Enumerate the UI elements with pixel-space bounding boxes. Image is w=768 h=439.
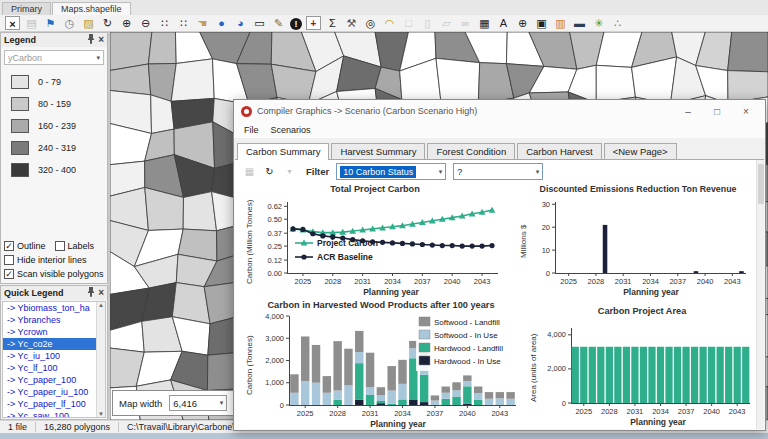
- tab-forest-condition[interactable]: Forest Condition: [427, 143, 515, 159]
- quick-legend-item[interactable]: -> Ycrown: [3, 326, 96, 338]
- maximize-icon[interactable]: □: [705, 106, 729, 117]
- layer-select[interactable]: yCarbon ▾: [4, 50, 104, 65]
- sum-icon[interactable]: Σ: [325, 16, 340, 30]
- filter-combobox[interactable]: 10 Carbon Status ▾: [336, 163, 446, 180]
- image-frame-icon[interactable]: ▣: [534, 16, 549, 30]
- app-tab-maps-shapefile[interactable]: Maps.shapefile: [52, 2, 131, 15]
- svg-text:2040: 2040: [703, 407, 720, 416]
- window-titlebar[interactable]: Compiler Graphics -> Scenario (Carbon Sc…: [234, 100, 765, 122]
- menu-scenarios[interactable]: Scenarios: [265, 125, 317, 135]
- legend-class-list: 0 - 7980 - 159160 - 239240 - 319320 - 40…: [1, 67, 107, 185]
- globe-layers-icon[interactable]: ◕: [233, 16, 248, 30]
- menu-file[interactable]: File: [238, 125, 265, 135]
- svg-text:2028: 2028: [588, 277, 605, 286]
- quick-legend-item[interactable]: -> Yc_paper_iu_100: [3, 386, 96, 398]
- tab--new-page-[interactable]: <New Page>: [604, 143, 677, 159]
- chart-y-axis-label: Carbon (Tonnes): [244, 312, 255, 419]
- checkbox-label: Outline: [17, 241, 46, 251]
- option-outline[interactable]: ✓Outline: [4, 241, 46, 251]
- lasso-icon[interactable]: ◠: [382, 16, 397, 30]
- target-icon[interactable]: ◎: [363, 16, 378, 30]
- zoom-out-icon[interactable]: ⊖: [138, 16, 153, 30]
- tab-carbon-summary[interactable]: Carbon Summary: [237, 143, 329, 160]
- scroll-down-icon[interactable]: ▼: [98, 411, 104, 417]
- svg-text:2043: 2043: [491, 409, 508, 418]
- checkbox[interactable]: ✓: [4, 241, 14, 251]
- grid-dots-icon[interactable]: ∷: [157, 16, 172, 30]
- quick-legend-title: Quick Legend: [4, 288, 64, 298]
- presentation-icon[interactable]: ▬: [572, 16, 587, 30]
- select-rectangle-icon[interactable]: ▭: [252, 16, 267, 30]
- checkbox[interactable]: ✓: [4, 269, 14, 279]
- save-icon[interactable]: ▤: [24, 16, 39, 30]
- pin-icon[interactable]: [87, 287, 95, 299]
- add-record-icon[interactable]: +: [306, 16, 321, 30]
- svg-text:2034: 2034: [642, 277, 659, 286]
- quick-legend-item[interactable]: -> Ybranches: [3, 314, 96, 326]
- quick-legend-scrollbar[interactable]: ▲ ▼: [96, 302, 105, 417]
- pan-hand-icon[interactable]: ☚: [195, 16, 210, 30]
- scatter-icon[interactable]: ∴: [610, 16, 625, 30]
- chart-title: Total Project Carbon: [244, 184, 506, 196]
- zoom-in-icon[interactable]: ⊕: [119, 16, 134, 30]
- svg-text:0.25: 0.25: [267, 242, 282, 251]
- legend-panel-title: Legend: [4, 35, 36, 45]
- chevron-down-icon: ▾: [96, 54, 100, 62]
- fill-color-icon[interactable]: ▨: [81, 16, 96, 30]
- globe-icon[interactable]: ●: [214, 16, 229, 30]
- edit-pencil-icon[interactable]: ✎: [271, 16, 286, 30]
- option-hide-interior-lines[interactable]: Hide interior lines: [4, 255, 87, 265]
- layout-icon[interactable]: ▱: [439, 16, 454, 30]
- close-icon[interactable]: ×: [98, 35, 104, 45]
- shape-icon[interactable]: □: [401, 16, 416, 30]
- svg-text:2028: 2028: [324, 277, 341, 286]
- map-width-combobox[interactable]: 6,416 ▾: [169, 395, 227, 411]
- scroll-up-icon[interactable]: ▲: [98, 302, 104, 308]
- close-icon[interactable]: ×: [5, 16, 20, 30]
- flag-icon[interactable]: ⚑: [43, 16, 58, 30]
- svg-text:2028: 2028: [601, 407, 618, 416]
- svg-text:2025: 2025: [297, 409, 314, 418]
- link-icon[interactable]: ∞: [458, 16, 473, 30]
- quick-legend-item[interactable]: -> Yc_iu_100: [3, 350, 96, 362]
- pin-icon[interactable]: [87, 34, 95, 46]
- refresh-icon[interactable]: ↻: [263, 166, 276, 177]
- checkbox[interactable]: [55, 241, 65, 251]
- close-icon[interactable]: ×: [734, 106, 758, 117]
- close-icon[interactable]: ×: [98, 288, 104, 298]
- tab-carbon-harvest[interactable]: Carbon Harvest: [517, 143, 602, 159]
- quick-legend-item[interactable]: -> Yc_lf_100: [3, 362, 96, 374]
- info-icon[interactable]: !: [290, 18, 302, 30]
- quick-legend-item[interactable]: -> Yc_paper_100: [3, 374, 96, 386]
- duplicate-icon[interactable]: ▯: [420, 16, 435, 30]
- crosshair-icon[interactable]: ⊕: [515, 16, 530, 30]
- svg-text:2034: 2034: [384, 277, 401, 286]
- option-scan-visible-polygons[interactable]: ✓Scan visible polygons: [4, 269, 104, 279]
- grid-dots-2-icon[interactable]: ∷: [176, 16, 191, 30]
- option-labels[interactable]: Labels: [55, 241, 95, 251]
- checkbox[interactable]: [4, 255, 14, 265]
- chart-colors-icon[interactable]: ▥: [553, 16, 568, 30]
- chart-y-axis-label: Area (units of area): [528, 318, 539, 417]
- clock-icon[interactable]: ◷: [62, 16, 77, 30]
- funnel-icon[interactable]: ▼: [283, 168, 296, 175]
- checkbox-label: Hide interior lines: [17, 255, 87, 265]
- network-icon[interactable]: ✳: [591, 16, 606, 30]
- table-icon[interactable]: ▦: [477, 16, 492, 30]
- text-label-icon[interactable]: A: [496, 16, 511, 30]
- layout-grid-icon[interactable]: ▦: [243, 166, 256, 177]
- refresh-icon[interactable]: ↻: [100, 16, 115, 30]
- tools-icon[interactable]: ⚒: [344, 16, 359, 30]
- tab-harvest-summary[interactable]: Harvest Summary: [331, 143, 425, 159]
- quick-legend-item[interactable]: -> Yc_paper_lf_100: [3, 398, 96, 410]
- quick-legend-item[interactable]: -> Yc_saw_100: [3, 410, 96, 417]
- chart-x-axis-label: Planning year: [528, 417, 756, 428]
- filter-value-combobox[interactable]: ? ▾: [453, 163, 543, 180]
- app-tab-primary[interactable]: Primary: [2, 2, 51, 15]
- quick-legend-item[interactable]: -> Ybiomass_ton_ha: [3, 302, 96, 314]
- status-polygons: 16,280 polygons: [36, 422, 119, 432]
- quick-legend-item[interactable]: -> Yc_co2e: [3, 338, 96, 350]
- legend-class-label: 80 - 159: [38, 99, 71, 109]
- minimize-icon[interactable]: –: [676, 106, 700, 117]
- window-scrollbar[interactable]: [756, 160, 764, 429]
